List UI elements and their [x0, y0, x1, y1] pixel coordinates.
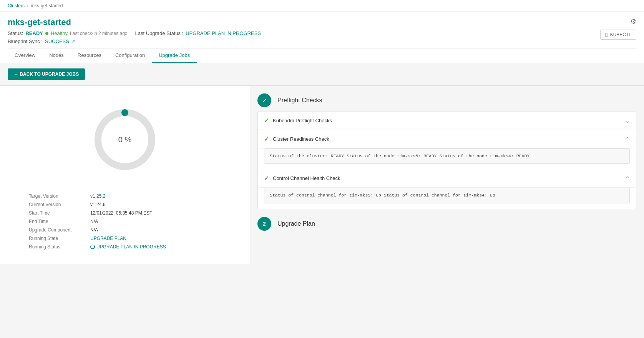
- current-version-label: Current Version: [29, 202, 90, 207]
- breadcrumb-clusters[interactable]: Clusters: [8, 3, 25, 8]
- current-version-value: v1.24.6: [90, 202, 105, 207]
- start-time-label: Start Time: [29, 210, 90, 216]
- last-checkin: Last check-in 2 minutes ago: [70, 31, 127, 36]
- blueprint-label: Blueprint Sync :: [8, 38, 43, 44]
- target-version-value[interactable]: v1.25.2: [90, 193, 105, 199]
- target-version-label: Target Version: [29, 193, 90, 199]
- kubectl-icon: ⎕: [605, 32, 608, 37]
- breadcrumb-separator: ›: [27, 3, 28, 8]
- top-bar: Clusters › mks-get-started: [0, 0, 644, 12]
- end-time-label: End Time: [29, 219, 90, 224]
- cluster-header: mks-get-started Status: READY Healthy La…: [0, 12, 644, 63]
- running-state-value[interactable]: UPGRADE PLAN: [90, 236, 126, 241]
- back-to-upgrade-jobs-button[interactable]: ← BACK TO UPGRADE JOBS: [8, 68, 85, 80]
- check-label-cluster: Cluster Readiness Check: [273, 136, 329, 142]
- running-status-value[interactable]: UPGRADE PLAN IN PROGRESS: [90, 244, 166, 250]
- right-panel: ✓ Preflight Checks ✓ Kubeadm Preflight C…: [250, 86, 644, 264]
- upgrade-status-value[interactable]: UPGRADE PLAN IN PROGRESS: [186, 30, 261, 36]
- tab-overview[interactable]: Overview: [8, 48, 42, 63]
- content-area: ← BACK TO UPGRADE JOBS 0 % Target Versio…: [0, 63, 644, 264]
- check-row-cluster[interactable]: ✓ Cluster Readiness Check ⌃: [258, 130, 636, 148]
- upgrade-plan-title: Upgrade Plan: [277, 220, 315, 227]
- start-time-value: 12/01/2022, 05:35:48 PM EST: [90, 210, 152, 216]
- check-label-kubeadm: Kubeadm Preflight Checks: [273, 118, 332, 123]
- upgrade-component-value: N/A: [90, 227, 98, 233]
- health-dot: [45, 32, 48, 35]
- upgrade-plan-number: 2: [257, 217, 271, 231]
- upgrade-status-label: Last Upgrade Status :: [135, 30, 183, 36]
- spinner-icon: [90, 245, 95, 249]
- check-icon-control: ✓: [264, 175, 269, 182]
- chevron-up-icon-control: ⌃: [625, 175, 630, 181]
- check-row-control[interactable]: ✓ Control Channel Health Check ⌃: [258, 169, 636, 188]
- tab-resources[interactable]: Resources: [71, 48, 108, 63]
- running-state-label: Running State: [29, 236, 90, 241]
- cluster-title: mks-get-started: [8, 17, 261, 27]
- preflight-title: Preflight Checks: [277, 97, 322, 104]
- info-grid: Target Version v1.25.2 Current Version v…: [29, 193, 221, 253]
- tab-upgrade-jobs[interactable]: Upgrade Jobs: [152, 48, 197, 63]
- breadcrumb-current: mks-get-started: [31, 3, 63, 8]
- donut-container: 0 %: [90, 105, 159, 174]
- left-panel: 0 % Target Version v1.25.2 Current Versi…: [0, 86, 250, 264]
- chevron-down-icon-kubeadm: ⌄: [625, 118, 630, 124]
- preflight-check-icon: ✓: [257, 93, 271, 107]
- check-icon-cluster: ✓: [264, 135, 269, 143]
- gear-icon[interactable]: ⚙: [630, 17, 636, 26]
- running-status-label: Running Status: [29, 244, 90, 250]
- end-time-value: N/A: [90, 219, 98, 224]
- upgrade-plan-section: 2 Upgrade Plan: [257, 217, 636, 231]
- status-label: Status:: [8, 30, 23, 36]
- checks-card: ✓ Kubeadm Preflight Checks ⌄ ✓ Cluster R…: [257, 111, 636, 209]
- status-value: READY: [25, 30, 43, 36]
- tab-configuration[interactable]: Configuration: [108, 48, 152, 63]
- chevron-up-icon-cluster: ⌃: [625, 136, 630, 142]
- check-icon-kubeadm: ✓: [264, 117, 269, 124]
- upgrade-component-label: Upgrade Component: [29, 227, 90, 233]
- check-row-kubeadm[interactable]: ✓ Kubeadm Preflight Checks ⌄: [258, 112, 636, 130]
- kubectl-button[interactable]: ⎕ KUBECTL: [600, 30, 636, 40]
- donut-percent: 0 %: [118, 135, 131, 144]
- external-link-icon[interactable]: ↗: [71, 39, 75, 44]
- preflight-section: ✓ Preflight Checks ✓ Kubeadm Preflight C…: [257, 93, 636, 209]
- check-details-cluster: Status of the cluster: READY Status of t…: [264, 148, 630, 164]
- tab-nodes[interactable]: Nodes: [42, 48, 71, 63]
- check-details-control: Status of control channel for tim-mks5: …: [264, 188, 630, 203]
- health-label: Healthy: [51, 30, 68, 36]
- check-label-control: Control Channel Health Check: [273, 175, 340, 181]
- blueprint-value[interactable]: SUCCESS: [45, 38, 69, 44]
